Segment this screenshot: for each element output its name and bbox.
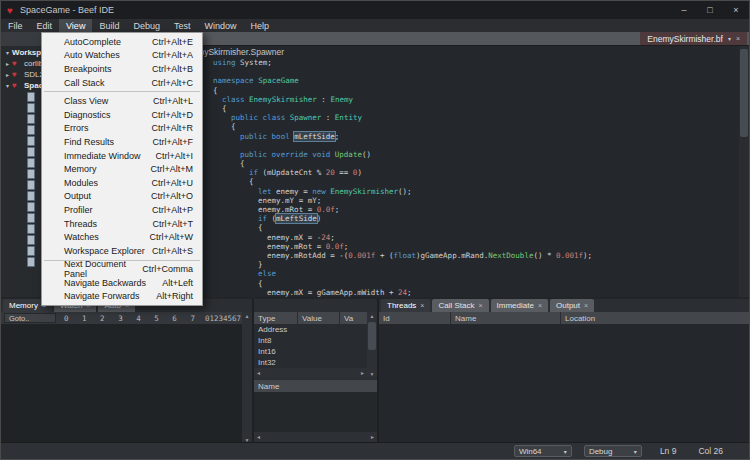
code-line[interactable]: {	[203, 223, 749, 232]
menu-item-autocomplete[interactable]: AutoCompleteCtrl+Alt+E	[42, 35, 202, 49]
code-line[interactable]: public bool mLeftSide;	[203, 132, 749, 141]
menubar-item-help[interactable]: Help	[243, 19, 276, 32]
name-column-header[interactable]: Name	[254, 380, 377, 392]
code-line[interactable]: enemy.mRotAdd = -(0.001f + (float)gGameA…	[203, 251, 749, 260]
name-list-content[interactable]	[254, 392, 377, 432]
scrollbar-thumb[interactable]	[740, 49, 748, 137]
column-header-name[interactable]: Name	[451, 312, 561, 324]
type-row-int32[interactable]: Int32	[254, 357, 367, 368]
code-line[interactable]: namespace SpaceGame	[203, 76, 749, 85]
menu-item-profiler[interactable]: ProfilerCtrl+Alt+P	[42, 203, 202, 217]
scroll-up-icon[interactable]: ▲	[370, 312, 375, 320]
code-line[interactable]: enemy.mX = -24;	[203, 233, 749, 242]
column-header-id[interactable]: Id	[379, 312, 451, 324]
threads-tab-output[interactable]: Output×	[550, 299, 594, 312]
scroll-up-icon[interactable]: ▲	[245, 312, 250, 320]
scroll-left-icon[interactable]: ◄	[256, 369, 261, 377]
code-line[interactable]: {	[203, 86, 749, 95]
code-line[interactable]: using System;	[203, 58, 749, 67]
code-line[interactable]: else	[203, 269, 749, 278]
scroll-down-icon[interactable]: ▼	[370, 370, 375, 378]
code-line[interactable]: enemy.mRot = 0.0f;	[203, 205, 749, 214]
code-line[interactable]: enemy.mRot = 0.0f;	[203, 242, 749, 251]
code-line[interactable]: }	[203, 260, 749, 269]
document-tab[interactable]: EnemySkirmisher.bf ▾ ×	[640, 32, 747, 45]
menu-item-breakpoints[interactable]: BreakpointsCtrl+Alt+B	[42, 62, 202, 76]
menu-item-call-stack[interactable]: Call StackCtrl+Alt+C	[42, 76, 202, 90]
code-line[interactable]: {	[203, 177, 749, 186]
expander-open-icon[interactable]: ▾	[3, 82, 12, 89]
maximize-button[interactable]: □	[697, 1, 723, 19]
threads-tab-immediate[interactable]: Immediate×	[491, 299, 548, 312]
scroll-right-icon[interactable]: ►	[360, 369, 365, 377]
scroll-right-icon[interactable]: ►	[370, 433, 375, 441]
config-select[interactable]: Debug ▾	[584, 445, 642, 457]
memory-scrollbar[interactable]: ▲ ▼	[242, 312, 252, 444]
expander-closed-icon[interactable]: ▸	[3, 71, 12, 78]
code-line[interactable]: {	[203, 159, 749, 168]
menu-item-navigate-forwards[interactable]: Navigate ForwardsAlt+Right	[42, 290, 202, 304]
code-line[interactable]: class EnemySkirmisher : Enemy	[203, 95, 749, 104]
menu-item-watches[interactable]: WatchesCtrl+Alt+W	[42, 230, 202, 244]
threads-tab-threads[interactable]: Threads×	[381, 299, 430, 312]
close-button[interactable]: ×	[723, 1, 749, 19]
menu-item-output[interactable]: OutputCtrl+Alt+O	[42, 190, 202, 204]
goto-button[interactable]: Goto..	[4, 313, 56, 323]
minimize-button[interactable]: –	[671, 1, 697, 19]
menu-item-find-results[interactable]: Find ResultsCtrl+Alt+F	[42, 135, 202, 149]
scroll-left-icon[interactable]: ◄	[256, 433, 261, 441]
menubar-item-test[interactable]: Test	[167, 19, 198, 32]
menu-item-auto-watches[interactable]: Auto WatchesCtrl+Alt+A	[42, 49, 202, 63]
type-row-int8[interactable]: Int8	[254, 335, 367, 346]
code-line[interactable]: if (mLeftSide)	[203, 214, 749, 223]
menu-item-threads[interactable]: ThreadsCtrl+Alt+T	[42, 217, 202, 231]
menu-item-next-document-panel[interactable]: Next Document PanelCtrl+Comma	[42, 263, 202, 277]
column-header-type[interactable]: Type	[254, 312, 298, 324]
code-line[interactable]: let enemy = new EnemySkirmisher();	[203, 187, 749, 196]
column-header-value[interactable]: Value	[298, 312, 340, 324]
code-line[interactable]: {	[203, 279, 749, 288]
menubar-item-window[interactable]: Window	[197, 19, 243, 32]
menu-item-class-view[interactable]: Class ViewCtrl+Alt+L	[42, 94, 202, 108]
type-list-scrollbar[interactable]: ▲ ▼	[367, 312, 377, 378]
code-line[interactable]: if (mUpdateCnt % 20 == 0)	[203, 168, 749, 177]
chevron-down-icon[interactable]: ▾	[728, 35, 731, 42]
type-list-hscrollbar[interactable]: ◄ ►	[254, 368, 367, 378]
menu-item-modules[interactable]: ModulesCtrl+Alt+U	[42, 176, 202, 190]
code-area[interactable]: using System;namespace SpaceGame{class E…	[203, 58, 749, 297]
scrollbar-thumb[interactable]	[368, 322, 376, 350]
code-line[interactable]: public override void Update()	[203, 150, 749, 159]
threads-table-content[interactable]	[379, 324, 749, 444]
menu-item-workspace-explorer[interactable]: Workspace ExplorerCtrl+Alt+S	[42, 244, 202, 258]
code-line[interactable]	[203, 141, 749, 150]
column-header-va[interactable]: Va	[340, 312, 367, 324]
menu-item-diagnostics[interactable]: DiagnosticsCtrl+Alt+D	[42, 108, 202, 122]
name-list-hscrollbar[interactable]: ◄ ►	[254, 432, 377, 442]
menubar-item-debug[interactable]: Debug	[126, 19, 167, 32]
code-line[interactable]	[203, 67, 749, 76]
menubar-item-build[interactable]: Build	[92, 19, 126, 32]
memory-content[interactable]	[1, 324, 242, 444]
expander-open-icon[interactable]: ▾	[3, 49, 12, 56]
close-icon[interactable]: ×	[420, 302, 424, 309]
close-icon[interactable]: ×	[736, 35, 740, 42]
menu-item-immediate-window[interactable]: Immediate WindowCtrl+Alt+I	[42, 149, 202, 163]
menubar-item-view[interactable]: View	[59, 19, 92, 32]
close-icon[interactable]: ×	[478, 302, 482, 309]
threads-tab-call-stack[interactable]: Call Stack×	[432, 299, 488, 312]
close-icon[interactable]: ×	[584, 302, 588, 309]
close-icon[interactable]: ×	[538, 302, 542, 309]
expander-closed-icon[interactable]: ▸	[3, 60, 12, 67]
menu-item-errors[interactable]: ErrorsCtrl+Alt+R	[42, 122, 202, 136]
code-line[interactable]: public class Spawner : Entity	[203, 113, 749, 122]
menubar-item-edit[interactable]: Edit	[30, 19, 60, 32]
menu-item-navigate-backwards[interactable]: Navigate BackwardsAlt+Left	[42, 276, 202, 290]
platform-select[interactable]: Win64 ▾	[514, 445, 572, 457]
menu-item-memory[interactable]: MemoryCtrl+Alt+M	[42, 162, 202, 176]
editor[interactable]: using System;namespace SpaceGame{class E…	[203, 46, 749, 297]
type-row-int16[interactable]: Int16	[254, 346, 367, 357]
code-line[interactable]: enemy.mY = mY;	[203, 196, 749, 205]
code-line[interactable]: enemy.mX = gGameApp.mWidth + 24;	[203, 288, 749, 297]
code-line[interactable]: {	[203, 122, 749, 131]
code-line[interactable]: {	[203, 104, 749, 113]
